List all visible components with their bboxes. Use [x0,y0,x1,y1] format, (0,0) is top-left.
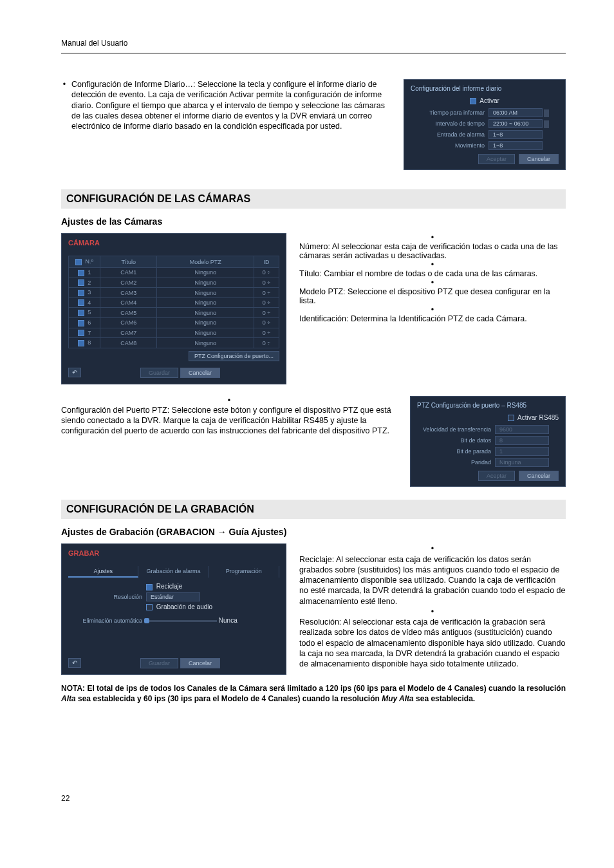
daily-panel-title: Configuración del informe diario [411,85,559,92]
baud-label: Velocidad de transferencia [417,426,491,433]
spinner-icon[interactable] [544,120,549,128]
ptz-port-panel: PTZ Configuración de puerto – RS485 Acti… [410,396,566,487]
tab-ajustes[interactable]: Ajustes [68,566,138,578]
daily-report-panel: Configuración del informe diario Activar… [404,79,566,170]
table-row: 1CAM1Ninguno0 ÷ [69,267,279,278]
rec-bullet: Resolución: Al seleccionar esta caja de … [299,617,566,669]
row-checkbox[interactable] [78,270,84,276]
recording-heading: CONFIGURACIÓN DE LA GRABACIÓN [61,500,566,519]
tab-alarma[interactable]: Grabación de alarma [138,566,209,578]
resolution-select[interactable]: Estándar [146,592,200,601]
manual-header: Manual del Usuario [61,39,566,53]
record-save-button[interactable]: Guardar [140,658,178,668]
bullet-dot: • [299,305,566,314]
back-icon[interactable]: ↶ [68,658,81,668]
parity-field[interactable]: Ninguna [495,458,549,467]
camera-cancel-button[interactable]: Cancelar [180,368,220,378]
autodel-value: Nunca [219,617,237,624]
activate-label: Activar [479,97,499,104]
databit-label: Bit de datos [417,437,491,444]
bullet-dot: • [61,79,68,131]
back-icon[interactable]: ↶ [68,368,81,377]
col-ptz: Modelo PTZ [157,256,254,268]
bullet-dot: • [61,396,397,405]
spinner-icon[interactable] [544,109,549,117]
motion-field[interactable]: 1~8 [488,141,543,150]
table-row: 3CAM3Ninguno0 ÷ [69,288,279,298]
daily-accept-button[interactable]: Aceptar [478,154,515,164]
time-report-label: Tiempo para informar [411,109,485,116]
autodel-label: Eliminación automática [68,618,142,624]
reciclaje-checkbox[interactable] [146,584,153,590]
camera-bullet: Título: Cambiar el nombre de todas o de … [299,269,566,278]
col-id: ID [254,256,279,268]
row-checkbox[interactable] [78,299,84,306]
alarm-in-field[interactable]: 1~8 [488,130,543,139]
databit-field[interactable]: 8 [495,436,549,445]
camera-save-button[interactable]: Guardar [140,368,178,378]
intro-text: Configuración de Informe Diario…: Selecc… [71,79,391,131]
page-number: 22 [61,794,566,803]
row-checkbox[interactable] [78,279,84,286]
motion-label: Movimiento [411,142,485,149]
camera-bullet: Modelo PTZ: Seleccione el dispositivo PT… [299,287,566,305]
row-checkbox[interactable] [78,290,84,296]
autodel-slider[interactable] [146,620,217,622]
daily-cancel-button[interactable]: Cancelar [519,154,559,164]
record-cancel-button[interactable]: Cancelar [180,658,220,668]
baud-field[interactable]: 9600 [495,425,549,434]
camera-bullet: Identificación: Determina la Identificac… [299,314,566,323]
camera-bullet: Número: Al seleccionar esta caja de veri… [299,242,566,260]
stopbit-label: Bit de parada [417,448,491,455]
row-checkbox[interactable] [78,310,84,316]
table-row: 5CAM5Ninguno0 ÷ [69,308,279,318]
cameras-heading: CONFIGURACIÓN DE LAS CÁMARAS [61,189,566,209]
time-report-field[interactable]: 06:00 AM [488,108,543,117]
record-panel: GRABAR Ajustes Grabación de alarma Progr… [61,543,286,675]
select-all-checkbox[interactable] [75,259,82,265]
table-row: 7CAM7Ninguno0 ÷ [69,328,279,338]
table-row: 2CAM2Ninguno0 ÷ [69,278,279,288]
resolution-label: Resolución [68,594,142,600]
interval-field[interactable]: 22:00 ~ 06:00 [488,119,543,128]
cameras-subheading: Ajustes de las Cámaras [61,216,566,227]
bullet-dot: • [299,607,566,617]
stopbit-field[interactable]: 1 [495,447,549,456]
note-text: NOTA: El total de ips de todos los Canal… [61,684,566,704]
camera-panel-title: CÁMARA [68,239,279,247]
ptz-port-button[interactable]: PTZ Configuración de puerto... [189,351,279,361]
bullet-dot: • [299,278,566,287]
enable-rs485-checkbox[interactable] [508,415,514,421]
record-panel-title: GRABAR [68,549,279,557]
table-row: 4CAM4Ninguno0 ÷ [69,297,279,308]
ptz-cancel-button[interactable]: Cancelar [519,471,559,481]
bullet-dot: • [299,233,566,242]
ptz-panel-title: PTZ Configuración de puerto – RS485 [417,402,559,409]
audio-checkbox[interactable] [146,604,153,610]
row-checkbox[interactable] [78,330,84,336]
recording-subheading: Ajustes de Grabación (GRABACION → Guía A… [61,527,566,537]
tab-programacion[interactable]: Programación [209,566,279,578]
table-row: 8CAM8Ninguno0 ÷ [69,338,279,348]
bullet-dot: • [299,260,566,269]
interval-label: Intervalo de tiempo [411,120,485,127]
table-row: 6CAM6Ninguno0 ÷ [69,318,279,328]
ptz-accept-button[interactable]: Aceptar [478,471,515,481]
alarm-in-label: Entrada de alarma [411,131,485,138]
camera-panel: CÁMARA N.º Título Modelo PTZ ID 1CAM1Nin… [61,233,286,384]
col-title: Título [100,256,157,268]
camera-table: N.º Título Modelo PTZ ID 1CAM1Ninguno0 ÷… [68,256,279,348]
activate-checkbox[interactable] [470,98,476,104]
enable-rs485-label: Activar RS485 [517,414,559,421]
audio-label: Grabación de audio [156,603,212,610]
row-checkbox[interactable] [78,340,84,346]
reciclaje-label: Reciclaje [156,583,183,590]
bullet-dot: • [299,543,566,554]
rec-bullet: Reciclaje: Al seleccionar esta caja de v… [299,554,566,607]
row-checkbox[interactable] [78,320,84,326]
parity-label: Paridad [417,459,491,466]
ptz-text: Configuración del Puerto PTZ: Seleccione… [61,405,397,437]
